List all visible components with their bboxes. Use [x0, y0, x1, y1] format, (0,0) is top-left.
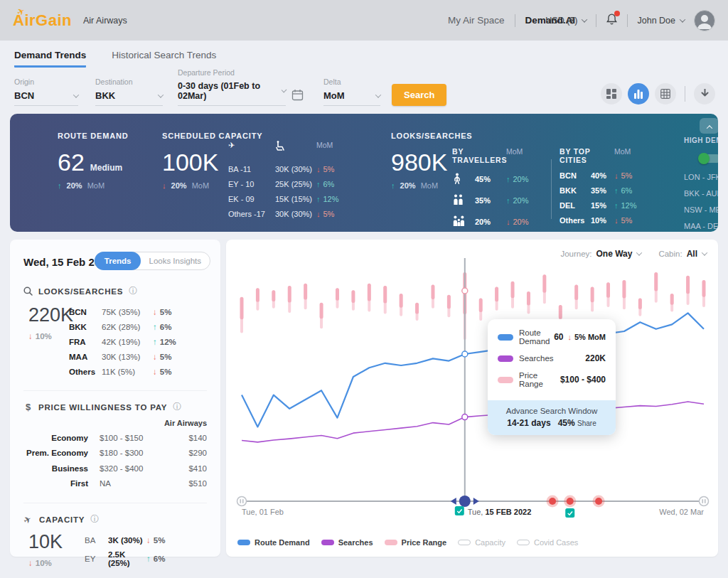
info-icon[interactable] [173, 401, 181, 413]
legend-item-covid-cases[interactable]: Covid Cases [517, 538, 578, 547]
legend-item-capacity[interactable]: Capacity [458, 538, 505, 547]
airline-seats: 25K (25%) [275, 180, 316, 188]
legend-swatch [458, 540, 471, 545]
row-label: FRA [69, 338, 102, 346]
download-icon [700, 89, 710, 99]
covid-calendar-icon[interactable] [565, 508, 574, 518]
marker-calendar-icon[interactable] [455, 506, 464, 515]
legend-item-route-demand[interactable]: Route Demand [237, 538, 310, 547]
price-range-candle-core [542, 274, 546, 293]
slider-left-arrow[interactable] [451, 498, 456, 505]
covid-case-dot[interactable] [549, 498, 556, 505]
slider-right-arrow[interactable] [473, 498, 479, 505]
filters-row: Origin BCN Destination BKK Departure Per… [14, 73, 718, 106]
price-range-candle-core [256, 288, 259, 302]
top-bar: ✈ AirGain Air Airways My Air Space Deman… [0, 0, 728, 41]
price-range-candle-core [304, 284, 307, 300]
chevron-down-icon [73, 92, 79, 97]
high-demand-route[interactable]: LON - JFK [684, 173, 718, 181]
marker-point [462, 288, 468, 294]
traveller-couple-icon [452, 194, 475, 207]
departure-select[interactable]: 0-30 days (01Feb to 02Mar) [178, 81, 286, 106]
grid-view-button[interactable] [601, 83, 622, 105]
high-demand-toggle[interactable] [700, 154, 718, 163]
toggle-trends[interactable]: Trends [95, 252, 141, 270]
chart-view-button[interactable] [628, 83, 649, 105]
price-range-candle-core [240, 297, 244, 319]
journey-select[interactable]: Journey: One Way [560, 249, 641, 259]
traveller-share: 35% [475, 196, 506, 205]
legend-item-price-range[interactable]: Price Range [385, 538, 447, 547]
legend-swatch [385, 540, 397, 545]
avatar-silhouette-icon [695, 11, 714, 31]
origin-select[interactable]: BCN [14, 90, 78, 106]
row-value: 75K (35%) [102, 308, 153, 316]
journey-value: One Way [596, 249, 633, 259]
delta-value: MoM [323, 90, 345, 101]
search-button[interactable]: Search [392, 84, 446, 106]
user-menu[interactable]: John Doe [637, 16, 685, 26]
mom-value: 6% [621, 186, 633, 195]
currency-selector[interactable]: USD ($) [545, 16, 587, 26]
departure-calendar-button[interactable] [291, 89, 304, 104]
mom-value: 5% [621, 171, 633, 180]
price-range-candle-core [527, 291, 530, 306]
tab-historical-search-trends[interactable]: Historical Search Trends [112, 50, 216, 68]
notifications-button[interactable] [606, 13, 618, 28]
scheduled-capacity-title: SCHEDULED CAPACITY [162, 132, 262, 140]
mom-value: 5% [160, 368, 172, 376]
price-range-candle-core [606, 282, 610, 298]
chart-card: Journey: One Way Cabin: All Tue, 01 FebW… [226, 240, 718, 557]
looks-table: BCN75K (35%)↓5%BKK62K (28%)↑6%FRA42K (19… [69, 304, 176, 379]
divider [685, 86, 685, 102]
toggle-looks-insights[interactable]: Looks Insights [140, 252, 210, 269]
timeline-end-handle[interactable] [700, 497, 709, 506]
looks-table-row: Others11K (5%)↓5% [69, 364, 176, 379]
airgain-logo[interactable]: ✈ AirGain [13, 11, 72, 30]
info-icon[interactable] [90, 513, 99, 525]
info-icon[interactable] [129, 285, 137, 297]
table-view-button[interactable] [655, 83, 676, 105]
timeline-start-label: Tue, 01 Feb [242, 508, 284, 516]
route-demand-title: ROUTE DEMAND [58, 132, 128, 140]
series-delta: ↓5% MoM [568, 333, 606, 341]
capacity-total-value: 10K [28, 531, 85, 553]
price-range-candle-core [702, 280, 706, 297]
detail-card: Wed, 15 Feb 2022 Trends Looks Insights L… [10, 240, 220, 557]
marker-point [462, 414, 468, 420]
row-mom: ↓5% [153, 353, 176, 361]
looks-section-header: LOOKS/SEARCHES [23, 285, 207, 297]
by-top-cities-block: BY TOP CITIES MoM BCN40%↓5%BKK35%↑6%DEL1… [560, 147, 637, 225]
price-range: $180 - $300 [100, 449, 176, 457]
collapse-panel-button[interactable] [700, 118, 718, 134]
covid-case-dot[interactable] [567, 498, 574, 505]
nav-my-air-space[interactable]: My Air Space [448, 15, 505, 26]
traveller-family-icon [452, 215, 475, 228]
demand-trends-chart[interactable]: Tue, 01 FebWed, 02 MarTue, 15 FEB 2022 [226, 240, 718, 557]
mom-header: MoM [506, 147, 529, 164]
legend-item-searches[interactable]: Searches [321, 538, 373, 547]
marker-point [462, 351, 468, 357]
tab-demand-trends[interactable]: Demand Trends [14, 50, 86, 68]
cabin-select[interactable]: Cabin: All [658, 249, 707, 259]
high-demand-route[interactable]: MAA - DEL [684, 222, 718, 230]
covid-case-dot[interactable] [595, 498, 602, 505]
price-range-candle-core [447, 295, 451, 309]
delta-arrow-icon: ↑ [506, 196, 510, 205]
series-label: Searches [519, 354, 585, 363]
timeline-start-handle[interactable] [237, 497, 247, 506]
delta-select[interactable]: MoM [323, 90, 380, 106]
legend-label: Price Range [402, 538, 447, 547]
row-label: EY [85, 555, 108, 563]
airline-code: EY - 10 [228, 180, 275, 188]
avatar[interactable] [694, 10, 715, 31]
high-demand-route[interactable]: NSW - MEL [684, 205, 718, 214]
price-range-candle-core [670, 294, 674, 305]
destination-select[interactable]: BKK [95, 90, 163, 106]
row-mom: ↓5% [153, 368, 176, 376]
download-button[interactable] [694, 83, 715, 105]
timeline-slider-handle[interactable] [459, 496, 471, 507]
mom-value: 5% [160, 308, 172, 316]
high-demand-route[interactable]: BKK - AUH [684, 189, 718, 198]
delta-arrow-icon: ↓ [316, 210, 321, 218]
